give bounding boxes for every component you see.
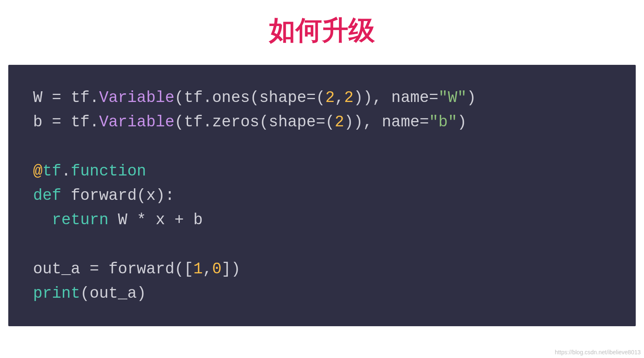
code-token: "b" [429,113,457,131]
code-token: W * x + b [108,211,203,229]
page-title: 如何升级 [0,0,644,61]
code-token: 0 [212,260,222,278]
code-line [33,135,611,159]
code-token: ]) [222,260,241,278]
watermark: https://blog.csdn.net/ibelieve8013 [555,349,641,356]
code-token: 1 [193,260,203,278]
code-token: W = tf. [33,89,99,107]
code-token [33,211,52,229]
code-token: , [335,89,344,107]
code-token [33,236,43,254]
code-token: )), name= [353,89,438,107]
code-line: print(out_a) [33,281,611,306]
code-block: W = tf.Variable(tf.ones(shape=(2,2)), na… [8,65,636,326]
code-token: "W" [439,89,467,107]
code-token: Variable [99,89,174,107]
code-container: W = tf.Variable(tf.ones(shape=(2,2)), na… [33,85,611,306]
code-token [33,138,43,156]
code-line [33,232,611,257]
code-token: b = tf. [33,113,99,131]
code-token: ) [457,113,467,131]
code-line: b = tf.Variable(tf.zeros(shape=(2)), nam… [33,110,611,134]
code-token: )), name= [344,113,429,131]
code-token: . [61,162,71,180]
code-line: W = tf.Variable(tf.ones(shape=(2,2)), na… [33,85,611,110]
code-token: 2 [325,89,335,107]
code-line: @tf.function [33,159,611,183]
code-line: def forward(x): [33,183,611,208]
code-token: (tf.ones(shape=( [174,89,325,107]
code-line: out_a = forward([1,0]) [33,257,611,281]
code-token: out_a = forward([ [33,260,193,278]
code-token: function [71,162,146,180]
code-token: return [52,211,109,229]
code-line: return W * x + b [33,208,611,232]
code-token: tf [43,162,62,180]
code-token: forward(x): [61,187,174,204]
code-token: (out_a) [80,285,146,302]
code-token: @ [33,162,43,180]
code-token: , [203,260,212,278]
code-token: (tf.zeros(shape=( [174,113,335,131]
code-token: print [33,285,80,302]
code-token: ) [467,89,476,107]
code-token: 2 [344,89,354,107]
code-token: def [33,187,61,204]
code-token: 2 [335,113,344,131]
code-token: Variable [99,113,174,131]
